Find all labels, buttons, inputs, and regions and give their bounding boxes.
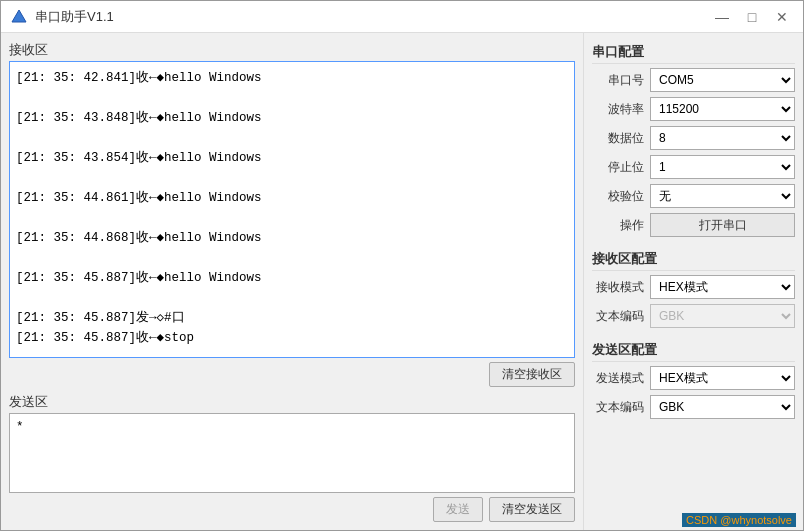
receive-area: 接收区 清空接收区 [9,41,575,387]
data-bits-select[interactable]: 8 [650,126,795,150]
right-panel: 串口配置 串口号 COM5 波特率 115200 数据位 8 [583,33,803,530]
send-mode-select[interactable]: HEX模式 [650,366,795,390]
close-button[interactable]: ✕ [769,7,795,27]
receive-config-title: 接收区配置 [592,248,795,271]
main-content: 接收区 清空接收区 发送区 发送 清空发送区 串口配置 [1,33,803,530]
clear-receive-button[interactable]: 清空接收区 [489,362,575,387]
port-label: 串口号 [592,72,644,89]
send-textarea[interactable] [9,413,575,493]
operation-row: 操作 打开串口 [592,213,795,237]
stop-bits-row: 停止位 1 [592,155,795,179]
send-btn-row: 发送 清空发送区 [9,497,575,522]
app-icon [9,7,29,27]
operation-label: 操作 [592,217,644,234]
open-port-button[interactable]: 打开串口 [650,213,795,237]
stop-bits-label: 停止位 [592,159,644,176]
send-config-title: 发送区配置 [592,339,795,362]
port-row: 串口号 COM5 [592,68,795,92]
parity-select[interactable]: 无 [650,184,795,208]
app-window: 串口助手V1.1 — □ ✕ 接收区 清空接收区 发送区 发送 [0,0,804,531]
text-encoding-select[interactable]: GBK [650,304,795,328]
receive-textarea[interactable] [9,61,575,358]
title-bar: 串口助手V1.1 — □ ✕ [1,1,803,33]
receive-label: 接收区 [9,41,575,59]
receive-config-section: 接收区配置 接收模式 HEX模式 文本编码 GBK [592,248,795,333]
window-controls: — □ ✕ [709,7,795,27]
send-mode-row: 发送模式 HEX模式 [592,366,795,390]
receive-btn-row: 清空接收区 [9,362,575,387]
send-button[interactable]: 发送 [433,497,483,522]
data-bits-row: 数据位 8 [592,126,795,150]
maximize-button[interactable]: □ [739,7,765,27]
text-encoding-label: 文本编码 [592,308,644,325]
send-text-encoding-select[interactable]: GBK [650,395,795,419]
left-panel: 接收区 清空接收区 发送区 发送 清空发送区 [1,33,583,530]
send-area: 发送区 发送 清空发送区 [9,393,575,522]
receive-mode-select[interactable]: HEX模式 [650,275,795,299]
send-config-section: 发送区配置 发送模式 HEX模式 文本编码 GBK [592,339,795,424]
port-select[interactable]: COM5 [650,68,795,92]
watermark: CSDN @whynotsolve [682,513,796,527]
receive-mode-label: 接收模式 [592,279,644,296]
send-text-encoding-label: 文本编码 [592,399,644,416]
serial-config-section: 串口配置 串口号 COM5 波特率 115200 数据位 8 [592,41,795,242]
receive-mode-row: 接收模式 HEX模式 [592,275,795,299]
serial-config-title: 串口配置 [592,41,795,64]
parity-label: 校验位 [592,188,644,205]
clear-send-button[interactable]: 清空发送区 [489,497,575,522]
send-mode-label: 发送模式 [592,370,644,387]
baud-select[interactable]: 115200 [650,97,795,121]
svg-marker-0 [12,10,26,22]
text-encoding-row: 文本编码 GBK [592,304,795,328]
baud-row: 波特率 115200 [592,97,795,121]
window-title: 串口助手V1.1 [35,8,709,26]
stop-bits-select[interactable]: 1 [650,155,795,179]
minimize-button[interactable]: — [709,7,735,27]
parity-row: 校验位 无 [592,184,795,208]
baud-label: 波特率 [592,101,644,118]
send-label: 发送区 [9,393,575,411]
data-bits-label: 数据位 [592,130,644,147]
send-text-encoding-row: 文本编码 GBK [592,395,795,419]
